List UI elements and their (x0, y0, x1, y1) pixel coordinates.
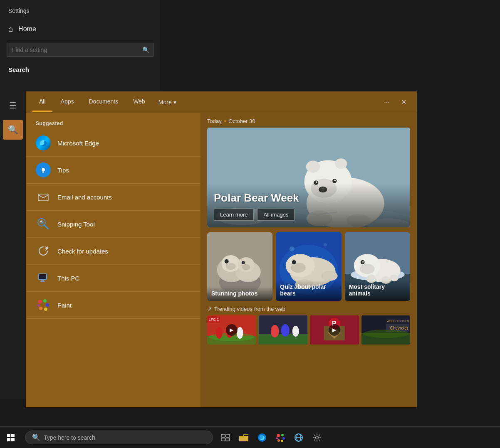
paint-icon (36, 298, 51, 313)
search-section-label: Search (0, 64, 160, 77)
search-panel: All Apps Documents Web More ▾ ··· ✕ Sugg (26, 91, 417, 407)
settings-taskbar-button[interactable] (308, 428, 326, 447)
tab-all[interactable]: All (32, 92, 52, 112)
thispc-icon (36, 271, 51, 286)
suggestion-paint[interactable]: Paint (26, 292, 200, 319)
updates-icon (36, 244, 51, 258)
svg-point-11 (43, 299, 47, 303)
tab-apps[interactable]: Apps (54, 92, 81, 112)
close-button[interactable]: ✕ (397, 96, 410, 109)
trending-video-3[interactable]: P ▶ (310, 315, 359, 345)
svg-text:LFC 1: LFC 1 (209, 318, 219, 322)
svg-rect-7 (39, 274, 46, 279)
sidebar-search-icon: 🔍 (8, 125, 18, 135)
svg-rect-94 (7, 438, 10, 441)
edge-icon-container (36, 135, 51, 150)
trending-video-2[interactable] (259, 315, 308, 345)
sidebar-item-hamburger[interactable]: ☰ (3, 96, 23, 116)
tab-documents[interactable]: Documents (82, 92, 125, 112)
trending-video-4[interactable]: WORLD SERIES Chevrolet (361, 315, 411, 345)
svg-point-39 (226, 263, 236, 270)
updates-icon-container (36, 244, 51, 258)
svg-rect-97 (226, 434, 230, 437)
paint-icon-container (36, 298, 51, 313)
search-icon: 🔍 (142, 47, 149, 53)
trending-label: ↗ Trending videos from the web (207, 306, 410, 312)
all-images-button[interactable]: All images (257, 209, 295, 221)
taskbar-search-bar[interactable]: 🔍 Type here to search (25, 431, 213, 444)
svg-point-46 (290, 246, 295, 251)
date-today: Today (207, 118, 222, 124)
sub-card-solitary-label: Most solitary animals (345, 280, 410, 301)
svg-point-38 (225, 259, 229, 263)
tab-web[interactable]: Web (126, 92, 152, 112)
svg-point-77 (270, 325, 279, 337)
polar-bear-main-card[interactable]: Polar Bear Week Learn more All images (207, 128, 410, 227)
suggestion-snipping[interactable]: Snipping Tool (26, 211, 200, 238)
play-button-1[interactable]: ▶ (226, 324, 238, 336)
taskbar: 🔍 Type here to search (0, 426, 500, 448)
svg-point-12 (46, 303, 49, 307)
close-icon: ✕ (401, 98, 406, 106)
settings-search-input[interactable] (7, 43, 153, 57)
chevron-down-icon: ▾ (173, 99, 176, 106)
trending-arrow-icon: ↗ (207, 306, 212, 312)
email-icon (36, 190, 51, 204)
svg-rect-98 (221, 438, 225, 441)
main-card-overlay: Polar Bear Week Learn more All images (207, 183, 410, 227)
sub-card-stunning[interactable]: Stunning photos (207, 232, 272, 301)
svg-point-102 (277, 434, 280, 437)
sub-card-solitary[interactable]: Most solitary animals (345, 232, 410, 301)
svg-point-106 (277, 439, 280, 442)
suggestion-updates[interactable]: Check for updates (26, 238, 200, 265)
suggestion-edge[interactable]: Microsoft Edge (26, 130, 200, 157)
sub-card-quiz-label: Quiz about polar bears (276, 280, 341, 301)
svg-rect-92 (7, 434, 10, 437)
svg-point-103 (281, 434, 284, 436)
svg-point-104 (282, 437, 285, 440)
thispc-icon-container (36, 271, 51, 286)
edge-label: Microsoft Edge (57, 140, 99, 147)
edge-icon (36, 135, 51, 150)
svg-point-14 (39, 307, 42, 310)
tab-more[interactable]: More ▾ (153, 96, 181, 109)
paint-taskbar-button[interactable] (271, 428, 290, 447)
edge-taskbar-button[interactable] (253, 428, 271, 447)
taskbar-search-icon: 🔍 (32, 433, 40, 441)
home-label: Home (18, 25, 36, 33)
play-button-3[interactable]: ▶ (329, 324, 340, 336)
main-card-buttons: Learn more All images (214, 209, 403, 221)
tab-actions: ··· ✕ (380, 96, 410, 109)
trending-video-1[interactable]: LFC 1 ▶ (207, 315, 256, 345)
svg-point-78 (281, 324, 289, 337)
settings-home-button[interactable]: ⌂ Home (0, 18, 160, 39)
suggestion-tips[interactable]: Tips (26, 157, 200, 184)
more-options-button[interactable]: ··· (380, 96, 394, 109)
svg-text:Chevrolet: Chevrolet (390, 326, 408, 330)
svg-point-107 (276, 437, 278, 439)
file-explorer-button[interactable] (235, 428, 253, 447)
suggestion-thispc[interactable]: This PC (26, 265, 200, 292)
svg-point-13 (44, 308, 47, 311)
hamburger-icon: ☰ (9, 101, 17, 111)
svg-point-47 (324, 243, 327, 246)
suggestion-email[interactable]: Email and accounts (26, 184, 200, 211)
learn-more-button[interactable]: Learn more (214, 209, 254, 221)
snipping-icon-container (36, 217, 51, 231)
content-area: Today • October 30 (200, 113, 417, 407)
suggestions-list: Suggested Microsoft Edge (26, 113, 200, 407)
paint3d-taskbar-button[interactable] (290, 428, 308, 447)
svg-point-72 (237, 327, 243, 339)
date-bar: Today • October 30 (200, 113, 417, 128)
tips-icon (36, 162, 51, 177)
taskbar-search-text: Type here to search (44, 434, 95, 441)
snipping-icon (36, 217, 51, 231)
thispc-label: This PC (57, 275, 79, 282)
trending-videos-row: LFC 1 ▶ (207, 315, 410, 345)
svg-point-15 (37, 304, 40, 307)
sidebar-item-search[interactable]: 🔍 (3, 120, 23, 140)
start-button[interactable] (0, 427, 22, 448)
sub-card-quiz[interactable]: Quiz about polar bears (276, 232, 341, 301)
task-view-button[interactable] (216, 428, 235, 447)
updates-label: Check for updates (57, 248, 108, 255)
